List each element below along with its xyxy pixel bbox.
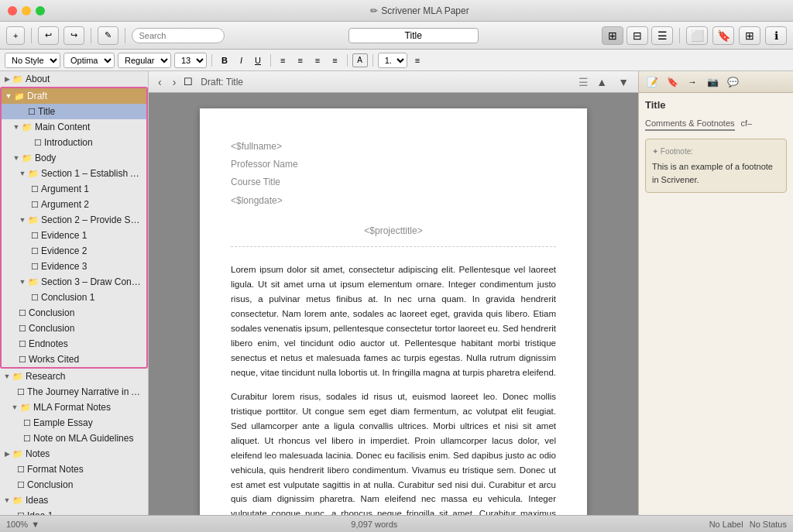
sidebar-item-conclusion-bot[interactable]: ☐ Conclusion (2, 321, 146, 336)
weight-select[interactable]: Regular (118, 53, 171, 68)
line-spacing-select[interactable]: 1.2 (378, 53, 407, 68)
sidebar-item-section2[interactable]: ▼ 📁 Section 2 – Provide Suppo... (2, 212, 146, 228)
sidebar-item-title[interactable]: ☐ Title (2, 104, 146, 119)
font-select[interactable]: Optima (64, 53, 115, 68)
sidebar-item-evidence2[interactable]: ☐ Evidence 2 (2, 243, 146, 259)
sidebar-item-conclusion-top[interactable]: ☐ Conclusion (2, 305, 146, 321)
size-select[interactable]: 13 (174, 53, 207, 68)
content-path: Draft: Title (201, 77, 574, 88)
content-up-button[interactable]: ▲ (593, 74, 610, 90)
content-settings-icon[interactable]: ☰ (578, 76, 589, 88)
insp-notes-btn[interactable]: 📝 (644, 74, 661, 90)
list-button[interactable]: ≡ (410, 53, 424, 68)
sidebar-item-section3[interactable]: ▼ 📁 Section 3 – Draw Conclus... (2, 274, 146, 290)
underline-button[interactable]: U (250, 53, 266, 68)
sidebar-item-evidence1[interactable]: ☐ Evidence 1 (2, 228, 146, 243)
traffic-lights (8, 6, 45, 15)
fmt-sep-2 (270, 54, 271, 67)
doc-icon-ev1: ☐ (31, 231, 39, 241)
sidebar-item-main-content[interactable]: ▼ 📁 Main Content (2, 119, 146, 135)
doc-icon-conclusion-top: ☐ (19, 308, 26, 318)
zoom-arrow: ▼ (31, 520, 39, 529)
style-select[interactable]: No Style (5, 53, 60, 68)
professor-field: Professor Name (231, 157, 556, 172)
sidebar-item-format-notes[interactable]: ☐ Format Notes (0, 462, 148, 477)
nav-back-button[interactable]: ‹ (155, 74, 165, 90)
align-right-button[interactable]: ≡ (311, 53, 324, 68)
sidebar-item-conclusion1[interactable]: ☐ Conclusion 1 (2, 290, 146, 305)
draft-arrow-icon: ▼ (5, 92, 12, 100)
mla-folder-icon: 📁 (20, 403, 31, 413)
bookmark-button[interactable]: 🔖 (712, 26, 734, 45)
sidebar-item-section1[interactable]: ▼ 📁 Section 1 – Establish Argu... (2, 166, 146, 181)
align-center-button[interactable]: ≡ (293, 53, 307, 68)
sidebar-item-endnotes[interactable]: ☐ Endnotes (2, 336, 146, 352)
arrow-icon: ▶ (3, 75, 11, 83)
minimize-button[interactable] (22, 6, 31, 15)
sidebar-item-argument1[interactable]: ☐ Argument 1 (2, 181, 146, 197)
undo-button[interactable]: ↩ (38, 26, 59, 45)
insp-photo-btn[interactable]: 📷 (704, 74, 721, 90)
doc-icon-arg2: ☐ (31, 200, 39, 210)
tab-comments-footnotes[interactable]: Comments & Footnotes (645, 117, 735, 131)
snapshot-button[interactable]: ⊞ (739, 26, 760, 45)
toolbar-sep-2 (91, 28, 91, 43)
insp-arrow-btn[interactable]: → (684, 74, 701, 90)
content-down-button[interactable]: ▼ (615, 74, 632, 90)
ideas-arrow: ▼ (3, 496, 11, 504)
nav-forward-button[interactable]: › (170, 74, 180, 90)
sidebar-item-draft[interactable]: ▼ 📁 Draft (2, 88, 146, 104)
tab-cf[interactable]: cf– (741, 117, 753, 131)
redo-button[interactable]: ↪ (64, 26, 84, 45)
toolbar-sep-4 (679, 28, 680, 43)
sidebar-item-about[interactable]: ▶ 📁 About (0, 71, 148, 87)
sidebar-item-works-cited[interactable]: ☐ Works Cited (2, 352, 146, 367)
corkboard-view-btn[interactable]: ⊞ (602, 26, 623, 45)
share-button[interactable]: ⬜ (686, 26, 708, 45)
research-label: Research (26, 371, 145, 382)
draft-folder-icon: 📁 (14, 91, 25, 101)
insp-comments-btn[interactable]: 💬 (724, 74, 741, 90)
sidebar-item-mla-notes[interactable]: ▼ 📁 MLA Format Notes (0, 400, 148, 415)
bold-button[interactable]: B (217, 53, 232, 68)
s1-folder-icon: 📁 (28, 169, 39, 179)
sidebar-item-journey[interactable]: ☐ The Journey Narrative in Am... (0, 384, 148, 400)
doc-icon-conclusion-bot: ☐ (19, 324, 26, 334)
statusbar: 100% ▼ 9,097 words No Label No Status (0, 515, 793, 532)
sidebar-item-argument2[interactable]: ☐ Argument 2 (2, 197, 146, 212)
toolbar: + ↩ ↪ ✎ ⊞ ⊟ ☰ ⬜ 🔖 ⊞ ℹ (0, 22, 793, 50)
maximize-button[interactable] (36, 6, 45, 15)
panel-view-btn[interactable]: ☰ (651, 26, 673, 45)
sidebar-item-example-essay[interactable]: ☐ Eample Essay (0, 415, 148, 431)
sidebar-item-notes[interactable]: ▶ 📁 Notes (0, 446, 148, 462)
doc-icon-example: ☐ (23, 418, 31, 428)
search-input[interactable] (132, 28, 225, 43)
italic-button[interactable]: I (235, 53, 247, 68)
s2-arrow: ▼ (19, 216, 26, 224)
sidebar-item-research[interactable]: ▼ 📁 Research (0, 369, 148, 384)
add-button[interactable]: + (6, 26, 25, 45)
endnotes-label: Endnotes (29, 338, 143, 349)
sidebar-item-idea1[interactable]: ☐ Idea 1 (0, 508, 148, 515)
doc-type-icon: ☐ (184, 76, 193, 88)
document-area[interactable]: <$fullname> Professor Name Course Title … (149, 93, 638, 515)
sidebar-item-introduction[interactable]: ☐ Introduction (2, 135, 146, 150)
sidebar-item-note-mla[interactable]: ☐ Note on MLA Guidelines (0, 431, 148, 446)
close-button[interactable] (8, 6, 17, 15)
sidebar-item-evidence3[interactable]: ☐ Evidence 3 (2, 259, 146, 274)
doc-icon-conc-n1: ☐ (17, 480, 25, 490)
note-mla-label: Note on MLA Guidelines (33, 433, 145, 444)
sidebar-item-conclusion-notes1[interactable]: ☐ Conclusion (0, 477, 148, 493)
sidebar-item-body[interactable]: ▼ 📁 Body (2, 150, 146, 166)
sidebar-item-ideas[interactable]: ▼ 📁 Ideas (0, 493, 148, 508)
outline-view-btn[interactable]: ⊟ (627, 26, 648, 45)
text-color-button[interactable]: A (352, 53, 368, 67)
insp-bookmark-btn[interactable]: 🔖 (664, 74, 681, 90)
toolbar-sep-1 (31, 28, 32, 43)
title-field[interactable] (348, 28, 479, 43)
align-justify-button[interactable]: ≡ (328, 53, 342, 68)
edit-button[interactable]: ✎ (98, 26, 118, 45)
info-button[interactable]: ℹ (765, 26, 787, 45)
fullname-field: <$fullname> (231, 139, 556, 154)
align-left-button[interactable]: ≡ (276, 53, 290, 68)
